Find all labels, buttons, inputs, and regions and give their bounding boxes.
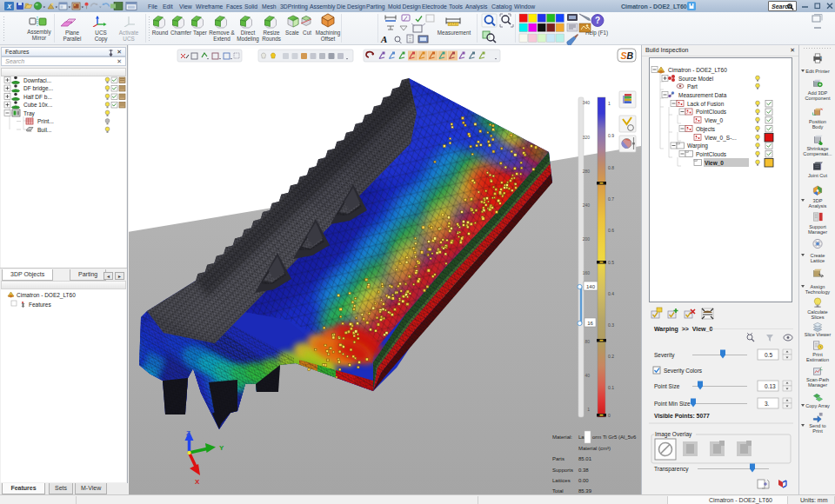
svg-text:Point Size: Point Size <box>654 383 680 389</box>
svg-text:Features: Features <box>29 302 51 308</box>
svg-text:240: 240 <box>583 202 591 208</box>
svg-text:Tray: Tray <box>23 110 36 117</box>
svg-text:140: 140 <box>586 284 596 289</box>
svg-text:0.38: 0.38 <box>578 468 589 473</box>
svg-text:Objects: Objects <box>696 126 716 133</box>
svg-text:Material:: Material: <box>552 434 572 440</box>
svg-text:View_0_S-...: View_0_S-... <box>705 135 737 142</box>
svg-text:Z: Z <box>186 429 190 437</box>
svg-text:Parts: Parts <box>552 456 564 461</box>
svg-text:Material (cm³): Material (cm³) <box>578 446 611 451</box>
svg-text:0.3: 0.3 <box>608 322 614 328</box>
svg-text:0.7: 0.7 <box>608 196 614 202</box>
svg-text:16: 16 <box>587 321 593 326</box>
svg-text:Severity Colors: Severity Colors <box>664 368 703 375</box>
svg-text:0.6: 0.6 <box>608 228 614 233</box>
svg-text:200: 200 <box>583 236 591 242</box>
svg-text:Warping: Warping <box>687 143 708 149</box>
svg-text:Lack of Fusion: Lack of Fusion <box>687 101 725 107</box>
svg-text:0.13: 0.13 <box>765 383 776 389</box>
svg-text:Downfaci...: Downfaci... <box>23 77 51 83</box>
svg-text:Warping >> View_0: Warping >> View_0 <box>654 326 712 333</box>
svg-text:Measurement Data: Measurement Data <box>678 92 727 98</box>
svg-text:Buil...: Buil... <box>37 127 51 133</box>
svg-text:PointClouds: PointClouds <box>696 151 727 157</box>
svg-text:0.00: 0.00 <box>578 478 589 483</box>
svg-text:Transparency: Transparency <box>654 466 689 473</box>
svg-text:0: 0 <box>608 413 611 418</box>
svg-text:Point Min Size: Point Min Size <box>654 401 691 407</box>
svg-text:Y: Y <box>219 444 224 452</box>
svg-text:Lattices: Lattices <box>552 478 571 483</box>
svg-text:320: 320 <box>583 135 591 140</box>
svg-text:Print...: Print... <box>37 118 54 124</box>
svg-text:X: X <box>195 478 200 486</box>
svg-text:0.2: 0.2 <box>608 354 614 359</box>
svg-text:340: 340 <box>583 100 591 105</box>
svg-text:View_0: View_0 <box>705 117 724 124</box>
svg-text:Cimatron - DOE2_LT60: Cimatron - DOE2_LT60 <box>17 292 76 299</box>
svg-text:0.5: 0.5 <box>608 260 614 265</box>
svg-text:1: 1 <box>587 407 590 412</box>
svg-text:3.: 3. <box>765 401 770 407</box>
svg-text:Cimatron - DOE2_LT60: Cimatron - DOE2_LT60 <box>668 67 727 74</box>
svg-text:Supports: Supports <box>552 468 573 473</box>
svg-text:orm Ti Gr5 (Al_5v6: orm Ti Gr5 (Al_5v6 <box>592 434 637 440</box>
svg-text:Part: Part <box>687 83 698 90</box>
svg-text:DF bridge...: DF bridge... <box>23 85 53 92</box>
svg-text:280: 280 <box>583 169 591 174</box>
svg-text:B: B <box>627 50 634 61</box>
svg-text:Severity: Severity <box>654 352 675 359</box>
svg-text:0.9: 0.9 <box>608 133 614 138</box>
svg-text:1: 1 <box>608 101 611 106</box>
svg-text:85.01: 85.01 <box>578 456 592 461</box>
svg-text:S: S <box>621 50 627 61</box>
svg-text:A: A <box>380 34 387 44</box>
svg-text:Total: Total <box>552 488 564 494</box>
svg-text:?: ? <box>595 16 600 25</box>
svg-text:Cube 10x...: Cube 10x... <box>23 102 52 108</box>
svg-text:0.4: 0.4 <box>608 291 614 296</box>
svg-text:View_0: View_0 <box>705 160 724 166</box>
svg-text:160: 160 <box>583 270 591 275</box>
svg-text:0.5: 0.5 <box>765 352 772 358</box>
svg-text:PointClouds: PointClouds <box>696 109 727 115</box>
svg-text:85.39: 85.39 <box>578 488 592 494</box>
svg-text:0.1: 0.1 <box>608 385 614 390</box>
svg-text:Visible Points: 5077: Visible Points: 5077 <box>654 413 710 419</box>
svg-text:Half DF b...: Half DF b... <box>23 94 52 100</box>
svg-text:Image Overlay: Image Overlay <box>655 431 692 438</box>
svg-text:Source Model: Source Model <box>678 76 714 82</box>
svg-text:80: 80 <box>584 339 590 344</box>
svg-text:40: 40 <box>584 373 590 378</box>
svg-text:0.8: 0.8 <box>608 165 614 170</box>
